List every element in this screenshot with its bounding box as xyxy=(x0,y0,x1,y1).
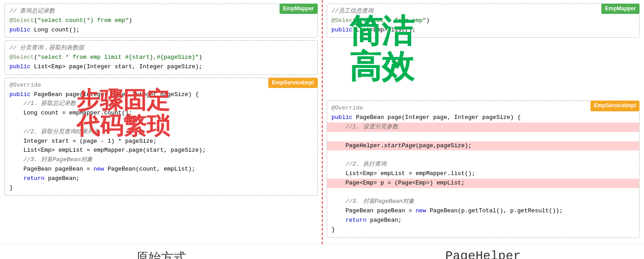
right-code-block-1: EmpMapper //员工信息查询 @Select("select * fro… xyxy=(327,4,640,38)
left-b3-close: } xyxy=(9,184,13,191)
left-b3-c3: //3. 封装PageBean对象 xyxy=(9,156,93,163)
left-code-block-1: EmpMapper // 查询总记录数 @Select("select coun… xyxy=(4,4,318,38)
right-badge-1: EmpMapper xyxy=(601,4,640,14)
left-b3-c1: //1. 获取总记录数 xyxy=(9,100,76,107)
right-b1-line2: @Select("select * from emp") xyxy=(332,17,430,24)
right-b2-close: } xyxy=(332,226,335,233)
main-container: EmpMapper // 查询总记录数 @Select("select coun… xyxy=(0,0,644,244)
right-b2-l1: List<Emp> empList = empMapper.list(); xyxy=(332,170,475,177)
right-b2-ret: return pageBean; xyxy=(332,217,402,224)
right-panel: EmpMapper //员工信息查询 @Select("select * fro… xyxy=(322,0,644,244)
left-badge-3: EmpServiceImpl xyxy=(268,78,317,88)
left-b3-l2: Integer start = (page - 1) * pageSize; xyxy=(9,138,157,145)
left-b3-empty xyxy=(9,119,13,126)
right-b2-sig: public PageBean page(Integer page, Integ… xyxy=(332,114,521,121)
right-b2-hl1: //1. 设置分页参数 xyxy=(327,123,640,132)
right-b2-hl3: Page<Emp> p = (Page<Emp>) empList; xyxy=(327,179,640,188)
left-code-block-2: // 分页查询，获取列表数据 @Select("select * from em… xyxy=(4,40,318,75)
left-b3-sig: public PageBean page(Integer page, Integ… xyxy=(9,91,199,98)
right-b2-l2: PageBean pageBean = new PageBean(p.getTo… xyxy=(332,207,563,214)
left-b1-line1: // 查询总记录数 xyxy=(9,8,55,14)
left-b3-l4: PageBean pageBean = new PageBean(count, … xyxy=(9,166,195,172)
right-b1-line1: //员工信息查询 xyxy=(332,8,374,14)
left-b2-line2: @Select("select * from emp limit #{start… xyxy=(9,54,202,61)
right-b2-c2: //2. 执行查询 xyxy=(332,161,386,167)
footer: 原始方式 PageHelper xyxy=(0,244,644,259)
right-b2-c3: //3. 封装PageBean对象 xyxy=(332,198,415,205)
left-panel: EmpMapper // 查询总记录数 @Select("select coun… xyxy=(0,0,322,244)
vertical-divider xyxy=(322,0,323,244)
left-b2-line1: // 分页查询，获取列表数据 xyxy=(9,44,84,51)
left-b1-line2: @Select("select count(*) from emp") xyxy=(9,17,132,24)
left-badge-1: EmpMapper xyxy=(280,4,318,14)
right-b2-override: @Override xyxy=(332,105,363,111)
footer-left-label: 原始方式 xyxy=(0,249,322,259)
left-b3-l3: List<Emp> empList = empMapper.page(start… xyxy=(9,147,206,154)
right-b1-line3: public List<Emp> list(); xyxy=(332,26,416,33)
left-b2-line3: public List<Emp> page(Integer start, Int… xyxy=(9,63,202,70)
left-b3-override: @Override xyxy=(9,82,41,88)
left-b3-ret: return pageBean; xyxy=(9,175,80,182)
left-b3-l1: Long count = empMapper.count(); xyxy=(9,110,132,116)
right-b2-hl2: PageHelper.startPage(page,pageSize); xyxy=(327,141,640,151)
left-b3-c2: //2. 获取分页查询结果列表 xyxy=(9,128,99,135)
right-badge-2: EmpServiceImpl xyxy=(591,101,640,111)
right-big-line2: 高效 xyxy=(349,49,414,84)
footer-right-label: PageHelper xyxy=(322,249,644,259)
left-b1-line3: public Long count(); xyxy=(9,26,80,33)
right-code-block-2: EmpServiceImpl @Override public PageBean… xyxy=(327,101,640,237)
left-code-block-3: EmpServiceImpl @Override public PageBean… xyxy=(4,78,318,196)
